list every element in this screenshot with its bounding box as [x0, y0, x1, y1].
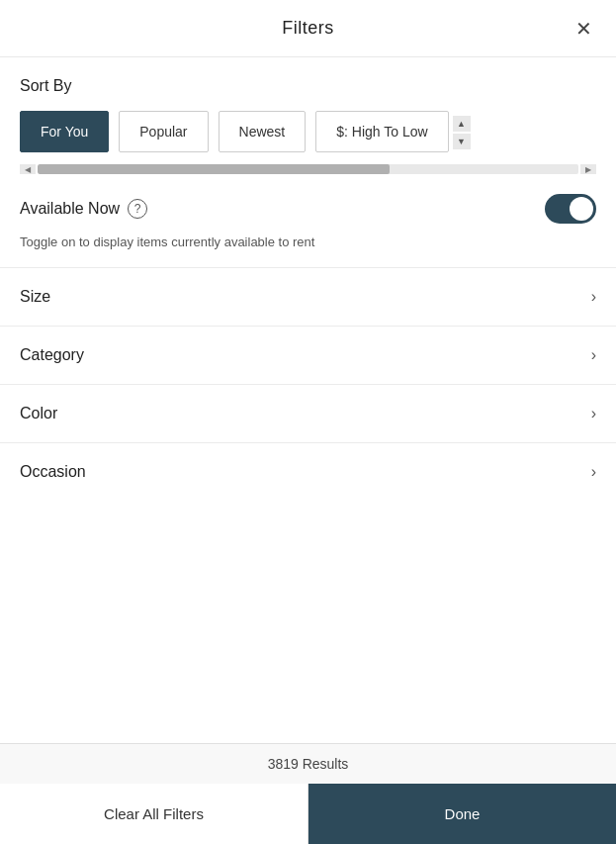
filter-label-category: Category: [20, 346, 84, 364]
available-now-toggle[interactable]: [545, 194, 596, 224]
scroll-down-arrow[interactable]: ▼: [453, 134, 471, 149]
toggle-track: [545, 194, 596, 224]
sort-by-title: Sort By: [20, 77, 596, 95]
footer-buttons: Clear All Filters Done: [0, 784, 616, 844]
chevron-right-icon: ›: [591, 346, 596, 364]
sort-option-popular[interactable]: Popular: [119, 111, 208, 152]
help-icon[interactable]: ?: [128, 199, 147, 219]
filter-row-size[interactable]: Size›: [0, 267, 616, 326]
filter-row-occasion[interactable]: Occasion›: [0, 442, 616, 501]
sort-options-scroll[interactable]: For YouPopularNewest$: High To Low: [20, 111, 449, 154]
filter-label-size: Size: [20, 288, 50, 306]
chevron-right-icon: ›: [591, 405, 596, 422]
modal-footer: 3819 Results Clear All Filters Done: [0, 743, 616, 844]
available-now-left: Available Now ?: [20, 199, 147, 219]
available-now-row: Available Now ?: [0, 194, 616, 224]
filter-rows-container: Size›Category›Color›Occasion›: [0, 267, 616, 501]
scroll-up-arrow[interactable]: ▲: [453, 116, 471, 132]
filter-row-category[interactable]: Category›: [0, 326, 616, 384]
sort-option-for-you[interactable]: For You: [20, 111, 109, 152]
modal-content: Sort By For YouPopularNewest$: High To L…: [0, 57, 616, 743]
sort-option----high-to-low[interactable]: $: High To Low: [315, 111, 448, 152]
sort-options-container: For YouPopularNewest$: High To Low ▲ ▼ ◀…: [20, 111, 596, 174]
hscroll-track: [38, 164, 578, 174]
done-button[interactable]: Done: [308, 784, 616, 844]
filters-modal: Filters ✕ Sort By For YouPopularNewest$:…: [0, 0, 616, 844]
filter-label-occasion: Occasion: [20, 463, 86, 481]
clear-all-button[interactable]: Clear All Filters: [0, 784, 308, 844]
hscroll-left[interactable]: ◀: [20, 164, 36, 174]
sort-by-section: Sort By For YouPopularNewest$: High To L…: [0, 57, 616, 174]
modal-header: Filters ✕: [0, 0, 616, 57]
filter-label-color: Color: [20, 405, 57, 422]
close-button[interactable]: ✕: [572, 15, 596, 43]
available-now-section: Available Now ? Toggle on to display ite…: [0, 194, 616, 267]
filter-row-color[interactable]: Color›: [0, 384, 616, 442]
hscroll-right[interactable]: ▶: [580, 164, 596, 174]
available-hint: Toggle on to display items currently ava…: [0, 224, 616, 267]
results-bar: 3819 Results: [0, 744, 616, 784]
toggle-thumb: [570, 197, 593, 221]
modal-title: Filters: [282, 18, 334, 39]
available-now-label: Available Now: [20, 200, 120, 218]
hscroll-thumb: [38, 164, 390, 174]
chevron-right-icon: ›: [591, 463, 596, 481]
sort-option-newest[interactable]: Newest: [219, 111, 307, 152]
chevron-right-icon: ›: [591, 288, 596, 306]
